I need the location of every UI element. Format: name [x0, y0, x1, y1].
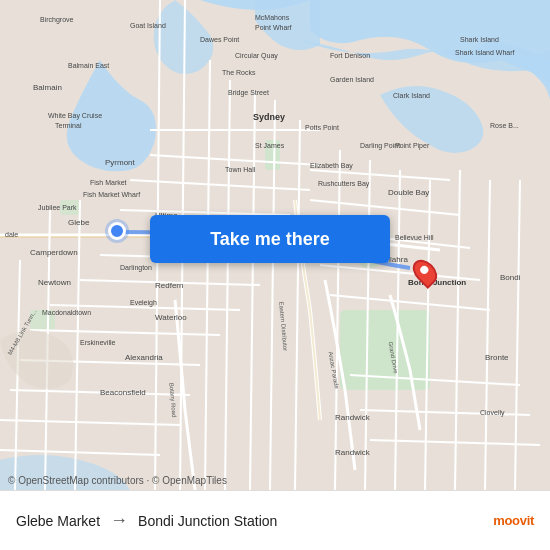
svg-text:Balmain East: Balmain East [68, 62, 109, 69]
svg-text:dale: dale [5, 231, 18, 238]
svg-text:The Rocks: The Rocks [222, 69, 256, 76]
moovit-logo: moovit [493, 513, 534, 528]
route-arrow: → [110, 510, 128, 531]
svg-text:Alexandria: Alexandria [125, 353, 163, 362]
destination-marker [415, 258, 435, 286]
svg-text:McMahons: McMahons [255, 14, 290, 21]
svg-text:Sydney: Sydney [253, 112, 285, 122]
svg-text:White Bay Cruise: White Bay Cruise [48, 112, 102, 120]
map-container: Glebe Ultimo Pyrmont Darlinghurst Newtow… [0, 0, 550, 490]
svg-text:Bronte: Bronte [485, 353, 509, 362]
svg-text:Eveleigh: Eveleigh [130, 299, 157, 307]
svg-text:Waterloo: Waterloo [155, 313, 187, 322]
svg-text:Shark Island: Shark Island [460, 36, 499, 43]
svg-text:Potts Point: Potts Point [305, 124, 339, 131]
svg-text:Elizabeth Bay: Elizabeth Bay [310, 162, 353, 170]
button-label: Take me there [210, 229, 330, 250]
svg-text:Clovelly: Clovelly [480, 409, 505, 417]
svg-text:Newtown: Newtown [38, 278, 71, 287]
svg-text:Clark Island: Clark Island [393, 92, 430, 99]
origin-marker [108, 222, 126, 240]
svg-text:Beaconsfield: Beaconsfield [100, 388, 146, 397]
bottom-bar: Glebe Market → Bondi Junction Station mo… [0, 490, 550, 550]
svg-text:Double Bay: Double Bay [388, 188, 429, 197]
svg-text:Dawes Point: Dawes Point [200, 36, 239, 43]
svg-text:Bridge Street: Bridge Street [228, 89, 269, 97]
route-from: Glebe Market [16, 513, 100, 529]
svg-text:Balmain: Balmain [33, 83, 62, 92]
svg-text:Town Hall: Town Hall [225, 166, 256, 173]
svg-text:Point Piper: Point Piper [395, 142, 430, 150]
svg-text:Birchgrove: Birchgrove [40, 16, 74, 24]
svg-text:Redfern: Redfern [155, 281, 183, 290]
svg-text:Erskineville: Erskineville [80, 339, 116, 346]
svg-text:Randwick: Randwick [335, 413, 371, 422]
svg-text:Fort Denison: Fort Denison [330, 52, 370, 59]
svg-text:Goat Island: Goat Island [130, 22, 166, 29]
svg-text:Rushcutters Bay: Rushcutters Bay [318, 180, 370, 188]
svg-text:Shark Island Wharf: Shark Island Wharf [455, 49, 515, 56]
svg-text:Jubilee Park: Jubilee Park [38, 204, 77, 211]
svg-text:Bondi: Bondi [500, 273, 521, 282]
route-to: Bondi Junction Station [138, 513, 277, 529]
svg-text:Point Wharf: Point Wharf [255, 24, 292, 31]
svg-text:Glebe: Glebe [68, 218, 90, 227]
svg-text:Camperdown: Camperdown [30, 248, 78, 257]
svg-text:Garden Island: Garden Island [330, 76, 374, 83]
svg-text:Rose B...: Rose B... [490, 122, 519, 129]
svg-text:Pyrmont: Pyrmont [105, 158, 136, 167]
svg-text:Macdonaldtown: Macdonaldtown [42, 309, 91, 316]
svg-text:Bellevue Hill: Bellevue Hill [395, 234, 434, 241]
map-attribution: © OpenStreetMap contributors · © OpenMap… [8, 475, 227, 486]
moovit-text: moovit [493, 513, 534, 528]
take-me-there-button[interactable]: Take me there [150, 215, 390, 263]
svg-text:Fish Market: Fish Market [90, 179, 127, 186]
svg-text:Terminal: Terminal [55, 122, 82, 129]
svg-text:St James: St James [255, 142, 285, 149]
svg-text:Fish Market Wharf: Fish Market Wharf [83, 191, 140, 198]
svg-text:Darlington: Darlington [120, 264, 152, 272]
svg-text:Circular Quay: Circular Quay [235, 52, 278, 60]
svg-text:Randwick: Randwick [335, 448, 371, 457]
